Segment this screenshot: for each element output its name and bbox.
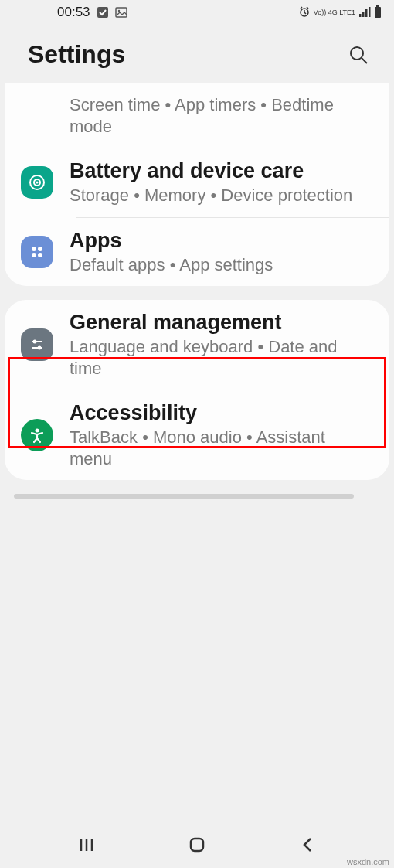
settings-group: Screen time • App timers • Bedtime mode … bbox=[5, 83, 389, 286]
svg-rect-7 bbox=[369, 7, 371, 17]
checkbox-icon bbox=[97, 6, 109, 19]
back-button[interactable] bbox=[296, 833, 319, 856]
home-button[interactable] bbox=[185, 833, 209, 856]
svg-rect-6 bbox=[365, 9, 368, 17]
status-time: 00:53 bbox=[57, 5, 90, 20]
back-icon bbox=[301, 836, 314, 854]
device-care-icon bbox=[21, 166, 53, 199]
svg-point-16 bbox=[38, 247, 42, 251]
recents-button[interactable] bbox=[75, 833, 98, 856]
watermark: wsxdn.com bbox=[347, 857, 389, 866]
row-subtitle: Screen time • App timers • Bedtime mode bbox=[70, 94, 371, 137]
svg-rect-8 bbox=[376, 5, 379, 7]
status-right: Vo)) 4G LTE1 bbox=[298, 5, 382, 20]
row-title: Battery and device care bbox=[70, 159, 371, 183]
home-icon bbox=[188, 836, 206, 854]
navigation-bar bbox=[0, 822, 394, 868]
svg-rect-0 bbox=[97, 7, 108, 18]
accessibility-icon bbox=[21, 419, 53, 451]
row-title: Accessibility bbox=[70, 401, 371, 425]
svg-point-23 bbox=[36, 429, 39, 433]
svg-point-17 bbox=[32, 253, 36, 257]
svg-rect-27 bbox=[191, 839, 203, 851]
search-button[interactable] bbox=[348, 44, 369, 66]
signal-icon bbox=[358, 6, 371, 19]
alarm-icon bbox=[298, 5, 311, 20]
svg-point-14 bbox=[36, 182, 39, 184]
svg-point-10 bbox=[351, 47, 363, 60]
network-label: Vo)) 4G LTE1 bbox=[314, 9, 355, 16]
row-subtitle: Default apps • App settings bbox=[70, 254, 371, 276]
svg-point-18 bbox=[38, 253, 42, 257]
svg-rect-5 bbox=[362, 12, 365, 17]
search-icon bbox=[348, 45, 369, 65]
settings-row-accessibility[interactable]: Accessibility TalkBack • Mono audio • As… bbox=[5, 390, 389, 480]
general-management-icon bbox=[21, 328, 53, 361]
apps-icon bbox=[21, 236, 53, 268]
settings-group: General management Language and keyboard… bbox=[5, 300, 389, 480]
row-title: Apps bbox=[70, 229, 371, 253]
row-title: General management bbox=[70, 311, 371, 335]
settings-row-general-management[interactable]: General management Language and keyboard… bbox=[5, 300, 389, 390]
svg-line-11 bbox=[362, 58, 367, 63]
row-subtitle: Language and keyboard • Date and time bbox=[70, 336, 371, 379]
settings-row-battery-device-care[interactable]: Battery and device care Storage • Memory… bbox=[5, 148, 389, 217]
row-subtitle: TalkBack • Mono audio • Assistant menu bbox=[70, 427, 371, 469]
status-bar: 00:53 Vo)) 4G LTE1 bbox=[0, 0, 394, 25]
svg-rect-9 bbox=[375, 7, 381, 18]
svg-point-15 bbox=[32, 247, 36, 251]
settings-row-apps[interactable]: Apps Default apps • App settings bbox=[5, 218, 389, 287]
scroll-indicator bbox=[14, 494, 354, 499]
recents-icon bbox=[78, 836, 95, 853]
battery-icon bbox=[374, 5, 382, 20]
page-title: Settings bbox=[28, 40, 125, 69]
settings-row-digital-wellbeing[interactable]: Screen time • App timers • Bedtime mode bbox=[5, 83, 389, 148]
svg-point-2 bbox=[117, 10, 119, 12]
row-subtitle: Storage • Memory • Device protection bbox=[70, 185, 371, 206]
svg-point-22 bbox=[38, 346, 42, 350]
image-icon bbox=[115, 6, 127, 19]
svg-point-20 bbox=[33, 340, 37, 344]
settings-header: Settings bbox=[0, 25, 394, 87]
svg-rect-4 bbox=[359, 14, 362, 17]
